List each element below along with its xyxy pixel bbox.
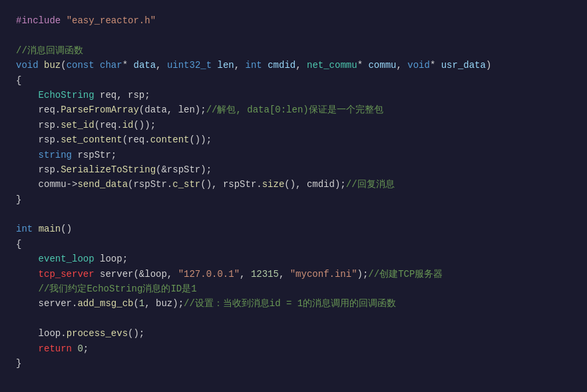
- code-editor: #include "easy_reactor.h" //消息回调函数 void …: [0, 0, 587, 392]
- code-line-20: server.add_msg_cb(1, buz);//设置：当收到消息id =…: [16, 296, 571, 311]
- code-line-18: tcp_server server(&loop, "127.0.0.1", 12…: [16, 267, 571, 282]
- code-line-9: rsp.set_content(req.content());: [16, 132, 571, 147]
- code-line-7: req.ParseFromArray(data, len);//解包, data…: [16, 102, 571, 117]
- code-line-16: {: [16, 237, 571, 252]
- code-line-23: return 0;: [16, 341, 571, 356]
- code-line-1: #include "easy_reactor.h": [16, 13, 571, 28]
- code-line-10: string rspStr;: [16, 148, 571, 162]
- code-line-21: [16, 311, 571, 326]
- code-line-3: //消息回调函数: [16, 43, 571, 58]
- code-line-13: }: [16, 192, 571, 207]
- code-line-15: int main(): [16, 222, 571, 236]
- code-line-8: rsp.set_id(req.id());: [16, 118, 571, 132]
- code-line-6: EchoString req, rsp;: [16, 88, 571, 102]
- code-line-22: loop.process_evs();: [16, 326, 571, 341]
- code-line-14: [16, 207, 571, 222]
- code-line-5: {: [16, 73, 571, 88]
- code-line-4: void buz(const char* data, uint32_t len,…: [16, 58, 571, 73]
- code-line-19: //我们约定EchoString消息的ID是1: [16, 282, 571, 296]
- code-line-2: [16, 28, 571, 43]
- code-line-11: rsp.SerializeToString(&rspStr);: [16, 162, 571, 177]
- code-line-12: commu->send_data(rspStr.c_str(), rspStr.…: [16, 177, 571, 192]
- code-line-17: event_loop loop;: [16, 252, 571, 266]
- code-line-24: }: [16, 356, 571, 371]
